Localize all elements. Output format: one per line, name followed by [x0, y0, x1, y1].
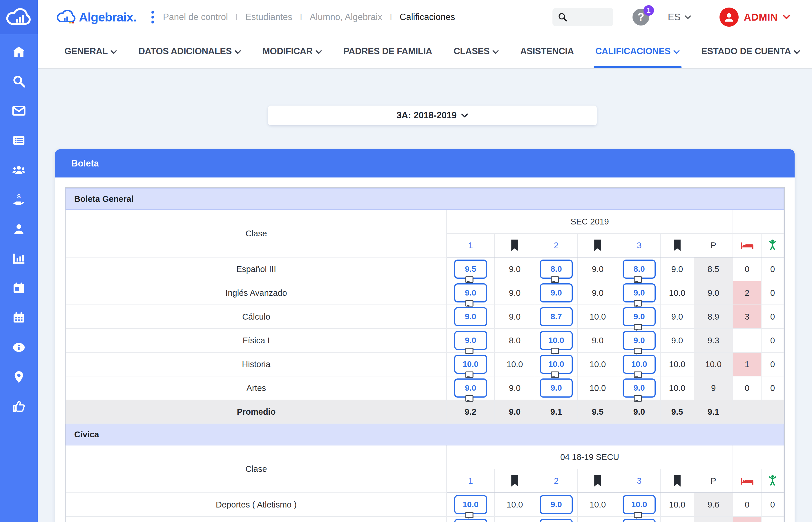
grade-button[interactable]: 9.0 — [623, 378, 656, 398]
grade-button[interactable]: 10.0 — [540, 355, 573, 374]
attendance-cell: 10.0 — [577, 353, 618, 376]
sidebar-person-icon[interactable] — [12, 222, 26, 236]
period-header-p: P — [694, 469, 733, 493]
cloud-logo-icon[interactable] — [0, 0, 38, 34]
tab-clases[interactable]: CLASES — [453, 34, 499, 68]
attendance-cell: 10.0 — [577, 493, 618, 517]
tab-modificar[interactable]: MODIFICAR — [262, 34, 322, 68]
user-menu[interactable]: ADMIN — [719, 7, 790, 27]
sidebar-payments-icon[interactable]: $ — [12, 193, 26, 206]
sidebar-calendar-day-icon[interactable] — [12, 281, 26, 295]
class-name-cell: Historia — [66, 353, 447, 376]
bookmark-icon — [660, 469, 694, 493]
sidebar-home-icon[interactable] — [12, 45, 26, 59]
comment-bubble-icon — [465, 300, 473, 306]
term-selector[interactable]: 3A: 2018-2019 — [268, 105, 597, 125]
attendance-cell: 10.0 — [660, 353, 694, 376]
average-cell: 9.3 — [694, 517, 733, 522]
grade-button[interactable]: 10.0 — [623, 355, 656, 374]
participation-person-icon — [761, 234, 784, 257]
grade-button[interactable]: 9.0 — [540, 378, 573, 398]
participation-person-icon — [761, 469, 784, 493]
sidebar-mail-icon[interactable] — [12, 104, 26, 118]
class-name-cell: Deportes ( Atletismo ) — [66, 493, 447, 517]
sidebar-info-icon[interactable] — [12, 340, 26, 354]
grade-button[interactable]: 10.0 — [540, 331, 573, 350]
app-window: $ Algebraix. Panel de controlIEstudiante… — [0, 0, 812, 522]
table-row-física-i: Física I9.08.010.09.09.09.09.30 — [66, 328, 784, 353]
grade-button[interactable]: 9.0 — [623, 307, 656, 326]
grade-button[interactable]: 9.0 — [623, 331, 656, 350]
grade-button[interactable]: 10.0 — [623, 495, 656, 514]
comment-bubble-icon — [634, 372, 642, 378]
grade-button[interactable]: 9.0 — [454, 519, 487, 522]
breadcrumb-separator: I — [300, 13, 302, 22]
participation-cell: 0 — [761, 257, 784, 281]
breadcrumb-item-alumno-algebraix[interactable]: Alumno, Algebraix — [310, 12, 382, 22]
grade-button[interactable]: 9.0 — [623, 283, 656, 302]
period-header-3: 3 — [618, 234, 660, 257]
search-input[interactable] — [568, 9, 604, 25]
average-cell: 9.6 — [694, 493, 733, 517]
sidebar-people-icon[interactable] — [12, 163, 26, 177]
class-name-cell: Inglés Avanzado — [66, 281, 447, 305]
sidebar-calendar-icon[interactable] — [12, 311, 26, 325]
average-cell: 8.5 — [694, 257, 733, 281]
language-selector[interactable]: ES — [668, 12, 691, 23]
grade-button[interactable]: 9.0 — [454, 283, 487, 302]
tab-asistencia[interactable]: ASISTENCIA — [520, 34, 574, 68]
breadcrumb-item-estudiantes[interactable]: Estudiantes — [245, 12, 292, 22]
grade-button[interactable]: 10.0 — [540, 519, 573, 522]
tab-padres-de-familia[interactable]: PADRES DE FAMILIA — [343, 34, 432, 68]
grade-button[interactable]: 9.5 — [454, 260, 487, 279]
grade-button[interactable]: 8.7 — [540, 307, 573, 326]
chevron-down-icon — [783, 15, 790, 19]
promedio-value: 9.0 — [494, 400, 535, 424]
promedio-empty — [733, 400, 761, 424]
promedio-label: Promedio — [66, 400, 447, 424]
grade-button[interactable]: 9.0 — [623, 519, 656, 522]
participation-cell: 0 — [761, 493, 784, 517]
grade-button[interactable]: 10.0 — [454, 355, 487, 374]
absences-cell — [733, 328, 761, 353]
period-header-3: 3 — [618, 469, 660, 493]
average-cell: 9 — [694, 376, 733, 400]
search-box[interactable] — [552, 8, 613, 26]
chevron-down-icon — [235, 46, 241, 57]
attendance-cell: 9.0 — [577, 257, 618, 281]
period-header-1: 1 — [447, 234, 494, 257]
grade-button[interactable]: 10.0 — [454, 495, 487, 514]
grade-button[interactable]: 9.0 — [540, 283, 573, 302]
help-icon[interactable]: ? 1 — [632, 9, 649, 25]
tab-datos-adicionales[interactable]: DATOS ADICIONALES — [138, 34, 241, 68]
grade-button[interactable]: 8.0 — [540, 260, 573, 279]
brand-name: Algebraix. — [79, 10, 136, 24]
sidebar-search-icon[interactable] — [12, 74, 26, 88]
breadcrumb-item-panel-de-control[interactable]: Panel de control — [163, 12, 228, 22]
grade-button[interactable]: 8.0 — [623, 260, 656, 279]
promedio-value: 9.1 — [694, 400, 733, 424]
grade-button[interactable]: 9.0 — [540, 495, 573, 514]
attendance-cell: 10.0 — [660, 493, 694, 517]
attendance-cell: 10.0 — [577, 376, 618, 400]
grade-button[interactable]: 9.0 — [454, 378, 487, 398]
grade-button[interactable]: 9.0 — [454, 307, 487, 326]
sidebar-chart-icon[interactable] — [12, 252, 26, 266]
nav-tabs: GENERALDATOS ADICIONALESMODIFICARPADRES … — [38, 34, 812, 69]
sidebar-list-icon[interactable] — [12, 134, 26, 147]
breadcrumb-dots-icon[interactable] — [151, 11, 154, 23]
tab-label: CALIFICACIONES — [595, 46, 670, 57]
grade-button[interactable]: 9.0 — [454, 331, 487, 350]
average-cell: 10.0 — [694, 353, 733, 376]
header-spacer — [733, 210, 784, 234]
sidebar-thumbs-up-icon[interactable] — [12, 400, 26, 414]
table-row-inglés-avanzado: Inglés Avanzado9.09.09.09.09.010.09.020 — [66, 281, 784, 305]
tab-general[interactable]: GENERAL — [64, 34, 117, 68]
tab-estado-de-cuenta[interactable]: ESTADO DE CUENTA — [701, 34, 800, 68]
sidebar-location-icon[interactable] — [12, 370, 26, 384]
comment-bubble-icon — [465, 395, 473, 402]
tab-calificaciones[interactable]: CALIFICACIONES — [595, 34, 680, 68]
absences-cell: 0 — [733, 376, 761, 400]
algebraix-logo[interactable]: Algebraix. — [38, 10, 136, 24]
comment-bubble-icon — [551, 372, 559, 378]
